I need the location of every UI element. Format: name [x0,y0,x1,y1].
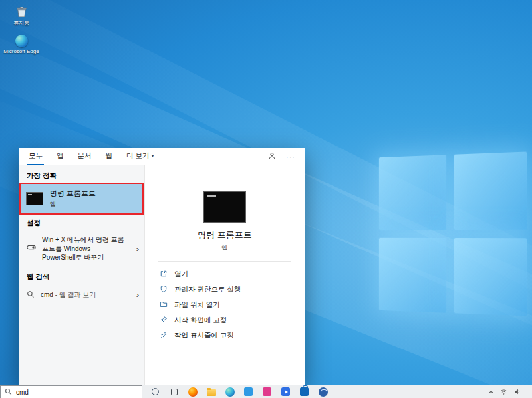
recycle-bin-icon [15,5,29,19]
chevron-up-icon[interactable] [488,386,494,398]
command-prompt-icon-large [203,191,246,223]
search-input[interactable] [16,389,116,396]
preview-pane: 명령 프롬프트 앱 열기 관리자 권한으로 실행 파일 위치 열기 시 [145,165,305,385]
more-options-icon[interactable]: ··· [286,153,295,161]
media-app-button[interactable] [281,387,291,397]
recycle-bin-shortcut[interactable]: 휴지통 [2,5,41,26]
search-icon [5,386,12,398]
taskbar [0,385,532,398]
pin-icon [160,331,168,340]
tab-more-label: 더 보기 [126,151,149,161]
divider [158,261,291,262]
file-explorer-button[interactable] [206,387,216,397]
volume-icon[interactable] [513,386,521,398]
chevron-down-icon: ▾ [151,153,154,159]
network-icon[interactable] [500,386,507,398]
music-app-button[interactable] [262,387,272,397]
microsoft-store-button[interactable] [299,387,309,397]
show-desktop-button[interactable] [527,385,530,398]
settings-result-item[interactable]: Win + X 메뉴에서 명령 프롬프트를 Windows PowerShell… [19,231,144,266]
task-view-button[interactable] [169,387,179,397]
taskbar-search-box[interactable] [0,385,142,398]
windows-logo-wallpaper [379,151,527,316]
toggle-icon [27,243,36,254]
open-icon [160,270,168,279]
action-pin-to-taskbar[interactable]: 작업 표시줄에 고정 [145,328,305,343]
preview-title: 명령 프롬프트 [145,229,305,241]
action-pin-to-start[interactable]: 시작 화면에 고정 [145,312,305,328]
chevron-right-icon: › [136,290,139,299]
headset-app-button[interactable] [318,387,328,397]
web-result-text: cmd - 웹 결과 보기 [41,290,96,300]
preview-subtitle: 앱 [145,244,305,252]
edge-shortcut[interactable]: Microsoft Edge [2,35,41,54]
action-open-file-location[interactable]: 파일 위치 열기 [145,297,305,312]
desktop-wallpaper: 휴지통 Microsoft Edge 모두 앱 문서 웹 더 보기 ▾ ··· [0,0,532,398]
cortana-button[interactable] [150,387,160,397]
best-match-result-command-prompt[interactable]: 명령 프롬프트 앱 [19,184,144,213]
web-section-label: 웹 검색 [19,266,144,285]
edge-icon [15,35,28,47]
shield-icon [160,285,168,294]
tab-more[interactable]: 더 보기 ▾ [125,148,155,165]
search-flyout: 모두 앱 문서 웹 더 보기 ▾ ··· 가장 정확 명령 프 [19,148,305,385]
search-results-body: 가장 정확 명령 프롬프트 앱 설정 Win + X 메뉴에서 명령 프롬프트를… [19,165,305,385]
tab-all[interactable]: 모두 [27,148,44,165]
chevron-right-icon: › [136,245,139,253]
action-run-as-admin[interactable]: 관리자 권한으로 실행 [145,282,305,297]
folder-icon [160,300,168,310]
command-prompt-icon [26,192,43,205]
tab-web[interactable]: 웹 [104,148,114,165]
settings-result-text: Win + X 메뉴에서 명령 프롬프트를 Windows PowerShell… [42,235,126,262]
pin-icon [160,316,168,325]
taskbar-buttons [150,387,328,397]
results-list: 가장 정확 명령 프롬프트 앱 설정 Win + X 메뉴에서 명령 프롬프트를… [19,165,145,385]
action-open[interactable]: 열기 [145,266,305,282]
search-filter-tabs: 모두 앱 문서 웹 더 보기 ▾ ··· [19,148,305,165]
panel-header-actions: ··· [268,148,305,165]
feedback-icon[interactable] [268,151,276,163]
result-title: 명령 프롬프트 [50,189,96,199]
shortcut-label: Microsoft Edge [2,49,41,54]
tab-documents[interactable]: 문서 [76,148,93,165]
web-result-item[interactable]: cmd - 웹 결과 보기 › [19,285,144,305]
search-icon [27,289,35,301]
edge-button[interactable] [225,387,235,397]
system-tray [488,385,532,398]
firefox-button[interactable] [188,387,198,397]
settings-section-label: 설정 [19,213,144,231]
best-match-section-label: 가장 정확 [19,165,144,184]
result-subtitle: 앱 [50,200,96,209]
mail-app-button[interactable] [243,387,253,397]
shortcut-label: 휴지통 [2,20,41,26]
tab-apps[interactable]: 앱 [55,148,65,165]
